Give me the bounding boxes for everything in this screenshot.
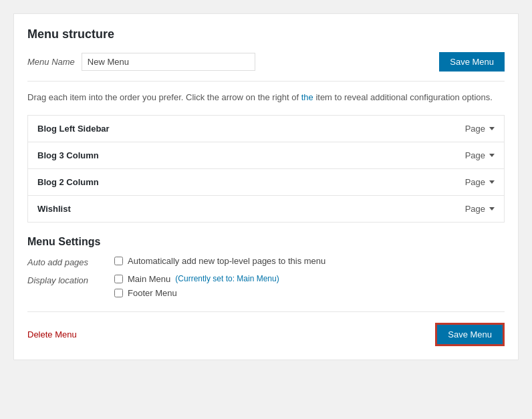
menu-item-type: Page bbox=[465, 204, 485, 214]
instruction-highlight: the bbox=[301, 92, 313, 102]
menu-item-name: Blog Left Sidebar bbox=[37, 124, 110, 134]
chevron-down-icon[interactable] bbox=[489, 127, 495, 130]
main-menu-checkbox[interactable] bbox=[114, 275, 123, 283]
main-menu-checkbox-row: Main Menu (Currently set to: Main Menu) bbox=[114, 274, 279, 284]
menu-item-right[interactable]: Page bbox=[465, 124, 495, 134]
menu-item-name: Blog 2 Column bbox=[37, 177, 99, 187]
menu-item-type: Page bbox=[465, 124, 485, 134]
save-menu-button-top[interactable]: Save Menu bbox=[439, 52, 505, 72]
chevron-down-icon[interactable] bbox=[489, 180, 495, 184]
menu-item-name: Blog 3 Column bbox=[37, 150, 99, 160]
menu-item: Blog 3 Column Page bbox=[28, 142, 504, 169]
menu-item-right[interactable]: Page bbox=[465, 204, 495, 214]
menu-item: Blog Left Sidebar Page bbox=[28, 116, 504, 142]
display-location-row: Display location Main Menu (Currently se… bbox=[27, 274, 505, 298]
auto-add-row: Auto add pages Automatically add new top… bbox=[27, 256, 505, 267]
footer-menu-checkbox[interactable] bbox=[114, 289, 123, 297]
settings-title: Menu Settings bbox=[27, 236, 505, 248]
menu-item-type: Page bbox=[465, 150, 485, 160]
instruction-part2: item to reveal additional configuration … bbox=[313, 92, 493, 102]
chevron-down-icon[interactable] bbox=[489, 154, 495, 157]
auto-add-checkbox[interactable] bbox=[114, 257, 123, 265]
main-menu-label: Main Menu bbox=[128, 274, 170, 284]
auto-add-checkbox-row: Automatically add new top-level pages to… bbox=[114, 256, 325, 266]
auto-add-checkbox-label: Automatically add new top-level pages to… bbox=[128, 256, 325, 266]
menu-item: Blog 2 Column Page bbox=[28, 169, 504, 196]
menu-name-left: Menu Name bbox=[27, 53, 255, 71]
menu-item-name: Wishlist bbox=[37, 204, 71, 214]
footer-menu-label: Footer Menu bbox=[128, 288, 177, 298]
currently-set-note: (Currently set to: Main Menu) bbox=[175, 274, 279, 283]
save-menu-button-bottom[interactable]: Save Menu bbox=[435, 323, 505, 346]
auto-add-label: Auto add pages bbox=[27, 256, 114, 267]
menu-name-row: Menu Name Save Menu bbox=[27, 52, 505, 82]
menu-item-type: Page bbox=[465, 177, 485, 187]
delete-menu-link[interactable]: Delete Menu bbox=[27, 329, 77, 339]
menu-name-label: Menu Name bbox=[27, 57, 75, 67]
menu-item-right[interactable]: Page bbox=[465, 177, 495, 187]
menu-name-input[interactable] bbox=[82, 53, 255, 71]
display-location-label: Display location bbox=[27, 274, 114, 285]
instruction-part1: Drag each item into the order you prefer… bbox=[27, 92, 301, 102]
menu-items-list: Blog Left Sidebar Page Blog 3 Column Pag… bbox=[27, 115, 505, 223]
footer-row: Delete Menu Save Menu bbox=[27, 311, 505, 346]
display-location-value: Main Menu (Currently set to: Main Menu) … bbox=[114, 274, 279, 298]
menu-settings-section: Menu Settings Auto add pages Automatical… bbox=[27, 236, 505, 298]
menu-item-right[interactable]: Page bbox=[465, 150, 495, 160]
menu-item: Wishlist Page bbox=[28, 196, 504, 222]
instruction-text: Drag each item into the order you prefer… bbox=[27, 91, 505, 104]
footer-menu-checkbox-row: Footer Menu bbox=[114, 288, 279, 298]
panel-title: Menu structure bbox=[27, 27, 505, 41]
auto-add-value: Automatically add new top-level pages to… bbox=[114, 256, 325, 266]
menu-structure-panel: Menu structure Menu Name Save Menu Drag … bbox=[13, 13, 519, 360]
chevron-down-icon[interactable] bbox=[489, 207, 495, 211]
